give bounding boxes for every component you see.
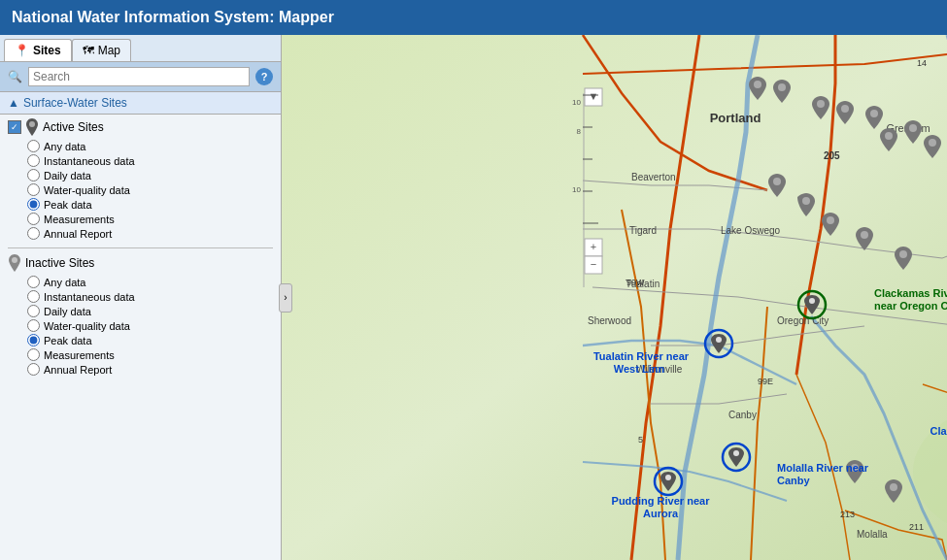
active-sites-header: ✓ Active Sites — [8, 118, 273, 136]
inactive-sites-options: Any data Instantaneous data Daily data W… — [8, 276, 273, 376]
tab-map[interactable]: 🗺 Map — [72, 39, 131, 61]
active-sites-options: Any data Instantaneous data Daily data W… — [8, 140, 273, 240]
svg-point-1 — [12, 257, 17, 263]
tab-sites[interactable]: 📍 Sites — [4, 39, 72, 61]
active-annual-label: Annual Report — [44, 228, 112, 240]
inactive-measurements-radio[interactable] — [27, 348, 40, 361]
app-header: National Water Information System: Mappe… — [0, 0, 947, 35]
app-title: National Water Information System: Mappe… — [12, 9, 334, 26]
surface-water-label: Surface-Water Sites — [23, 96, 127, 110]
inactive-peak-radio[interactable] — [27, 334, 40, 346]
inactive-daily-label: Daily data — [44, 306, 91, 317]
active-water-quality-radio[interactable] — [27, 183, 40, 196]
map-icon: 🗺 — [83, 44, 94, 57]
svg-text:−: − — [591, 258, 596, 270]
svg-text:5: 5 — [638, 435, 643, 445]
collapse-icon: ▲ — [8, 96, 19, 110]
inactive-annual-row: Annual Report — [27, 363, 273, 376]
inactive-annual-label: Annual Report — [44, 364, 112, 376]
surface-water-section[interactable]: ▲ Surface-Water Sites — [0, 92, 281, 115]
help-button[interactable]: ? — [255, 68, 273, 85]
svg-text:99W: 99W — [626, 278, 645, 287]
svg-text:Clackamas River: Clackamas River — [874, 287, 947, 299]
svg-text:Portland: Portland — [710, 111, 761, 125]
svg-text:14: 14 — [917, 58, 927, 68]
svg-text:99E: 99E — [758, 377, 773, 386]
search-input[interactable] — [28, 67, 250, 86]
main-layout: 📍 Sites 🗺 Map 🔍 ? ▲ Surface-Water Sites — [0, 35, 947, 560]
svg-text:Aurora: Aurora — [643, 508, 679, 519]
inactive-peak-label: Peak data — [44, 335, 92, 346]
inactive-instantaneous-radio[interactable] — [27, 290, 40, 303]
svg-point-55 — [899, 250, 907, 258]
active-daily-row: Daily data — [27, 169, 273, 181]
active-pin-icon — [25, 118, 39, 136]
inactive-sites-label: Inactive Sites — [25, 256, 94, 270]
inactive-peak-row: Peak data — [27, 334, 273, 346]
active-measurements-label: Measurements — [44, 214, 115, 225]
search-icon: 🔍 — [8, 70, 22, 83]
inactive-measurements-label: Measurements — [44, 349, 115, 361]
inactive-instantaneous-row: Instantaneous data — [27, 290, 273, 303]
search-bar: 🔍 ? — [0, 62, 281, 92]
sidebar: 📍 Sites 🗺 Map 🔍 ? ▲ Surface-Water Sites — [0, 35, 282, 560]
active-any-data-label: Any data — [44, 141, 85, 152]
inactive-pin-icon — [8, 254, 21, 272]
inactive-sites-header: Inactive Sites — [8, 254, 273, 272]
svg-text:213: 213 — [840, 510, 855, 519]
svg-text:Sherwood: Sherwood — [588, 315, 631, 326]
inactive-water-quality-radio[interactable] — [27, 319, 40, 332]
inactive-daily-radio[interactable] — [27, 305, 40, 317]
active-water-quality-row: Water-quality data — [27, 183, 273, 196]
svg-point-40 — [929, 139, 936, 147]
svg-point-34 — [778, 83, 786, 91]
svg-text:10: 10 — [572, 185, 581, 194]
inactive-water-quality-label: Water-quality data — [44, 320, 130, 332]
active-instantaneous-radio[interactable] — [27, 154, 40, 167]
svg-point-63 — [809, 298, 815, 304]
active-annual-radio[interactable] — [27, 227, 40, 240]
svg-text:Molalla: Molalla — [857, 529, 888, 540]
inactive-any-data-radio[interactable] — [27, 276, 40, 288]
active-water-quality-label: Water-quality data — [44, 184, 130, 196]
inactive-daily-row: Daily data — [27, 305, 273, 317]
active-daily-label: Daily data — [44, 170, 91, 181]
svg-text:211: 211 — [909, 522, 924, 532]
inactive-annual-radio[interactable] — [27, 363, 40, 376]
inactive-measurements-row: Measurements — [27, 348, 273, 361]
svg-point-39 — [909, 124, 917, 132]
inactive-any-data-row: Any data — [27, 276, 273, 288]
active-any-data-radio[interactable] — [27, 140, 40, 152]
svg-point-36 — [841, 105, 849, 113]
svg-point-38 — [885, 132, 893, 140]
svg-text:▼: ▼ — [589, 90, 599, 102]
svg-text:Pudding River near: Pudding River near — [612, 495, 711, 507]
svg-point-75 — [665, 475, 671, 480]
map-svg: Portland Gresham Beaverton Tigard Lake O… — [282, 35, 947, 560]
svg-text:Oregon City: Oregon City — [777, 315, 829, 326]
active-instantaneous-row: Instantaneous data — [27, 154, 273, 167]
active-sites-checkbox[interactable]: ✓ — [8, 120, 21, 134]
svg-text:8: 8 — [577, 127, 582, 136]
map-area[interactable]: Portland Gresham Beaverton Tigard Lake O… — [282, 35, 947, 560]
svg-text:Clackamas River at: Clackamas River at — [930, 425, 947, 437]
active-daily-radio[interactable] — [27, 169, 40, 181]
sidebar-collapse-button[interactable]: › — [279, 283, 292, 313]
active-peak-radio[interactable] — [27, 198, 40, 211]
active-peak-row: Peak data — [27, 198, 273, 211]
svg-text:205: 205 — [824, 150, 840, 161]
svg-text:10: 10 — [572, 98, 581, 107]
svg-point-35 — [817, 100, 825, 108]
sites-content: ✓ Active Sites Any data Instantaneous da… — [0, 115, 281, 560]
active-instantaneous-label: Instantaneous data — [44, 155, 135, 167]
active-measurements-radio[interactable] — [27, 213, 40, 225]
active-annual-row: Annual Report — [27, 227, 273, 240]
svg-point-79 — [733, 450, 739, 456]
inactive-water-quality-row: Water-quality data — [27, 319, 273, 332]
svg-text:Canby: Canby — [777, 475, 811, 486]
inactive-any-data-label: Any data — [44, 277, 85, 288]
svg-text:Tualatin River near: Tualatin River near — [593, 350, 690, 362]
pin-icon: 📍 — [15, 44, 29, 57]
svg-point-37 — [870, 110, 878, 117]
svg-text:Lake Oswego: Lake Oswego — [721, 225, 781, 236]
